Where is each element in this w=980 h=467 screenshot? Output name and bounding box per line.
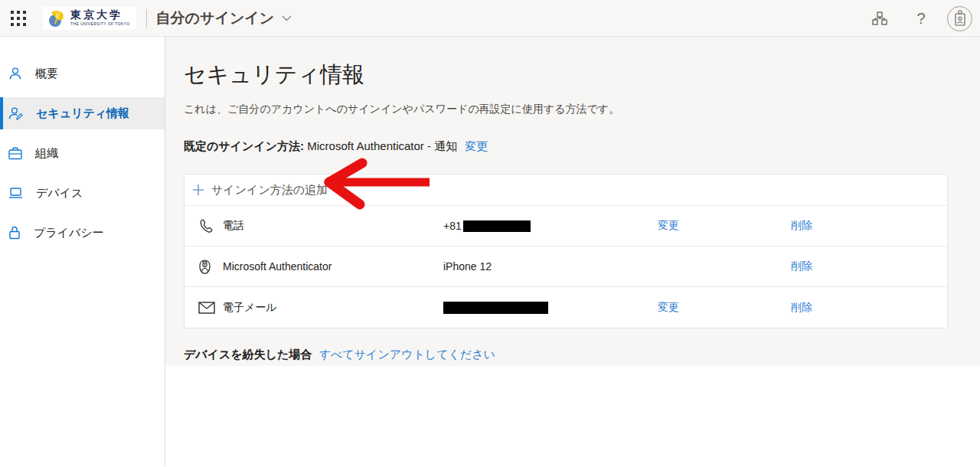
person-edit-icon: [8, 106, 23, 120]
method-value: [443, 302, 658, 314]
app-title: 自分のサインイン: [156, 8, 275, 28]
logo-jp-text: 東京大学: [70, 10, 130, 21]
sidebar-item-label: 概要: [35, 67, 58, 81]
topbar-actions: ?: [864, 0, 980, 37]
email-delete-link[interactable]: 削除: [791, 301, 812, 313]
chevron-down-icon: [282, 15, 292, 21]
lock-icon: [8, 226, 21, 240]
sign-out-everywhere-link[interactable]: すべてサインアウトしてください: [319, 348, 495, 361]
lost-device-label: デバイスを紛失した場合: [184, 348, 312, 361]
method-icon-cell: [185, 302, 223, 314]
account-avatar-button[interactable]: [947, 6, 972, 31]
default-signin-line: 既定のサインイン方法: Microsoft Authenticator - 通知…: [184, 139, 980, 154]
sidebar-item-label: プライバシー: [34, 226, 104, 240]
id-badge-icon: [952, 10, 968, 27]
phone-icon: [198, 218, 214, 234]
org-chart-icon: [872, 11, 887, 25]
method-row-authenticator: Microsoft Authenticator iPhone 12 削除: [185, 247, 947, 287]
sidebar-item-label: デバイス: [36, 186, 83, 201]
default-signin-change-link[interactable]: 変更: [465, 139, 488, 152]
method-name: 電話: [223, 219, 443, 233]
sidebar-item-privacy[interactable]: プライバシー: [0, 217, 165, 249]
organizations-button[interactable]: [864, 3, 895, 34]
method-row-email: 電子メール 変更 削除: [185, 287, 947, 328]
sidebar-item-organizations[interactable]: 組織: [0, 137, 165, 169]
authenticator-icon: [198, 259, 211, 275]
phone-value-prefix: +81: [443, 220, 462, 232]
help-button[interactable]: ?: [906, 3, 936, 34]
signin-methods-table: サインイン方法の追加 電話 +81 変更 削除: [184, 174, 948, 328]
page-subtitle: これは、ご自分のアカウントへのサインインやパスワードの再設定に使用する方法です。: [184, 103, 980, 116]
add-signin-method-label: サインイン方法の追加: [211, 183, 328, 198]
top-bar: 東京大学 THE UNIVERSITY OF TOKYO 自分のサインイン ?: [0, 0, 980, 37]
lost-device-line: デバイスを紛失した場合 すべてサインアウトしてください: [184, 348, 980, 362]
logo-text: 東京大学 THE UNIVERSITY OF TOKYO: [70, 10, 130, 26]
email-change-link[interactable]: 変更: [658, 301, 679, 313]
method-name: Microsoft Authenticator: [223, 260, 443, 273]
default-signin-label: 既定のサインイン方法:: [184, 139, 304, 152]
add-signin-method-button[interactable]: サインイン方法の追加: [185, 175, 947, 206]
method-icon-cell: [185, 259, 223, 275]
app-launcher-button[interactable]: [0, 0, 37, 37]
method-row-phone: 電話 +81 変更 削除: [185, 206, 947, 247]
method-icon-cell: [185, 218, 223, 234]
sidebar-item-label: セキュリティ情報: [36, 106, 129, 121]
redacted-email: [443, 302, 548, 314]
method-name: 電子メール: [223, 301, 443, 315]
authenticator-delete-link[interactable]: 削除: [791, 260, 812, 272]
logo-en-text: THE UNIVERSITY OF TOKYO: [70, 22, 130, 26]
main-content: セキュリティ情報 これは、ご自分のアカウントへのサインインやパスワードの再設定に…: [165, 37, 980, 466]
waffle-icon: [11, 11, 26, 26]
sidebar-item-devices[interactable]: デバイス: [0, 177, 165, 209]
method-value: iPhone 12: [443, 260, 658, 273]
sidebar: 概要 セキュリティ情報 組織 デバイス: [0, 37, 165, 466]
sidebar-item-label: 組織: [35, 146, 58, 161]
app-title-dropdown[interactable]: 自分のサインイン: [156, 8, 292, 28]
default-signin-value: Microsoft Authenticator - 通知: [307, 139, 457, 152]
help-icon: ?: [916, 10, 925, 28]
phone-delete-link[interactable]: 削除: [791, 219, 812, 231]
plus-icon: [192, 184, 204, 196]
ginkgo-leaf-icon: [47, 8, 67, 28]
redacted-phone-number: [463, 220, 531, 232]
briefcase-icon: [8, 147, 22, 160]
laptop-icon: [8, 187, 23, 199]
topbar-divider: [146, 9, 147, 28]
page-title: セキュリティ情報: [184, 60, 980, 90]
person-icon: [8, 67, 22, 80]
method-value: +81: [443, 220, 658, 232]
sidebar-item-overview[interactable]: 概要: [0, 57, 165, 90]
sidebar-item-security-info[interactable]: セキュリティ情報: [0, 97, 165, 129]
phone-change-link[interactable]: 変更: [658, 219, 679, 231]
mail-icon: [198, 302, 215, 314]
university-logo[interactable]: 東京大学 THE UNIVERSITY OF TOKYO: [43, 7, 136, 30]
